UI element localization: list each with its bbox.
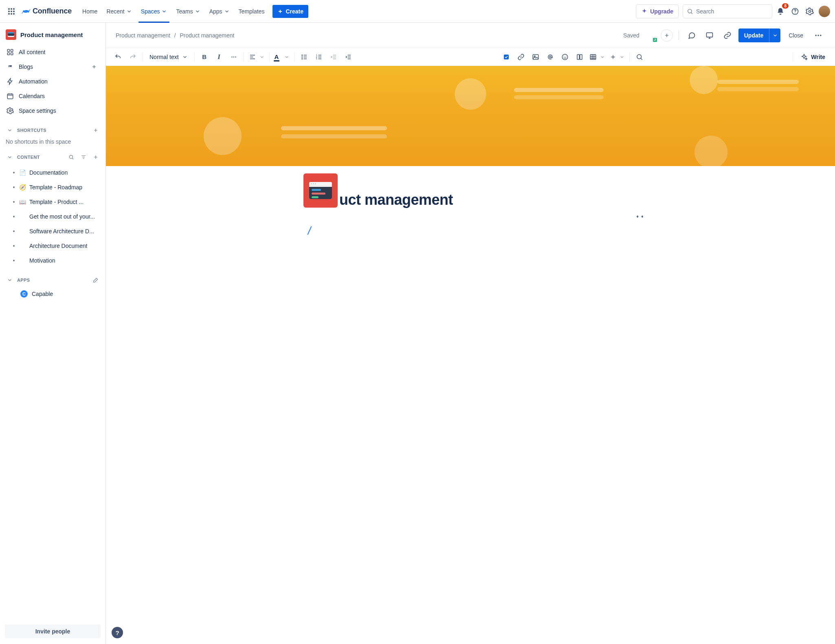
presence-avatar[interactable]: J xyxy=(644,29,657,42)
apps-section-header[interactable]: Apps xyxy=(2,274,103,287)
text-color-dropdown[interactable]: A xyxy=(273,50,291,64)
undo-button[interactable] xyxy=(112,50,125,64)
update-dropdown-button[interactable] xyxy=(769,28,780,42)
add-content-button[interactable] xyxy=(91,152,101,162)
collapse-apps-button[interactable] xyxy=(5,275,15,285)
link-icon xyxy=(723,31,732,39)
space-home-link[interactable]: Product management xyxy=(2,27,103,42)
upgrade-button[interactable]: Upgrade xyxy=(636,4,679,18)
link-button[interactable] xyxy=(514,50,527,64)
redo-button[interactable] xyxy=(126,50,139,64)
page-tree-item[interactable]: Get the most out of your... xyxy=(2,209,103,224)
section-title: Apps xyxy=(17,278,30,283)
notifications-button[interactable]: 8 xyxy=(774,5,787,18)
brand-name: Confluence xyxy=(33,7,72,15)
nav-templates[interactable]: Templates xyxy=(235,0,269,23)
profile-avatar[interactable] xyxy=(819,6,830,17)
ai-write-button[interactable]: Write xyxy=(796,50,829,64)
sidebar-calendars[interactable]: Calendars xyxy=(2,89,103,103)
page-tree-item[interactable]: 🧭 Template - Roadmap xyxy=(2,180,103,195)
invite-collaborator-button[interactable] xyxy=(661,29,673,42)
add-shortcut-button[interactable] xyxy=(91,125,101,135)
plus-icon xyxy=(277,9,283,14)
svg-point-38 xyxy=(564,56,565,57)
save-status: Saved xyxy=(623,32,639,39)
settings-button[interactable] xyxy=(803,5,816,18)
table-dropdown[interactable] xyxy=(588,50,606,64)
comments-button[interactable] xyxy=(685,28,699,42)
page-title-input[interactable]: Product management xyxy=(307,191,634,208)
svg-rect-34 xyxy=(533,55,539,59)
sidebar-all-content[interactable]: All content xyxy=(2,45,103,59)
breadcrumb-link[interactable]: Product management xyxy=(116,32,170,39)
sidebar-blogs[interactable]: Blogs xyxy=(2,59,103,74)
layouts-button[interactable] xyxy=(573,50,586,64)
update-button[interactable]: Update xyxy=(738,28,769,42)
plus-icon xyxy=(664,33,670,38)
find-replace-button[interactable] xyxy=(633,50,646,64)
nav-home[interactable]: Home xyxy=(78,0,101,23)
preview-button[interactable] xyxy=(703,28,716,42)
emoji-button[interactable] xyxy=(558,50,571,64)
page-tree-item[interactable]: Software Architecture D... xyxy=(2,224,103,239)
nav-teams[interactable]: Teams xyxy=(172,0,204,23)
text-style-dropdown[interactable]: Normal text xyxy=(146,50,191,64)
page-emoji-avatar[interactable] xyxy=(303,173,338,208)
app-switcher-button[interactable] xyxy=(5,5,18,18)
svg-text:3: 3 xyxy=(316,57,317,60)
search-input[interactable] xyxy=(683,4,772,18)
content-width-toggle[interactable] xyxy=(634,211,646,222)
sidebar-automation[interactable]: Automation xyxy=(2,74,103,89)
collapse-shortcuts-button[interactable] xyxy=(5,125,15,135)
edit-apps-button[interactable] xyxy=(91,275,101,285)
nav-apps[interactable]: Apps xyxy=(205,0,234,23)
search-content-button[interactable] xyxy=(66,152,76,162)
outdent-button[interactable] xyxy=(327,50,340,64)
italic-button[interactable]: I xyxy=(213,50,226,64)
close-button[interactable]: Close xyxy=(784,28,807,42)
page-tree-item[interactable]: Architecture Document xyxy=(2,239,103,253)
page-tree-item[interactable]: 📖 Template - Product ... xyxy=(2,195,103,209)
more-icon xyxy=(230,53,237,61)
bullet-list-button[interactable] xyxy=(298,50,311,64)
insert-dropdown[interactable] xyxy=(608,50,626,64)
filter-content-button[interactable] xyxy=(79,152,88,162)
copy-link-button[interactable] xyxy=(721,28,734,42)
shortcuts-section-header[interactable]: Shortcuts xyxy=(2,124,103,137)
nav-label: Apps xyxy=(209,8,222,15)
page-tree-item[interactable]: 📄 Documentation xyxy=(2,165,103,180)
add-blog-button[interactable] xyxy=(89,62,99,72)
sidebar-space-settings[interactable]: Space settings xyxy=(2,103,103,118)
collapse-content-button[interactable] xyxy=(5,152,15,162)
editor-help-button[interactable]: ? xyxy=(112,627,123,638)
plus-icon xyxy=(610,54,616,60)
sidebar-app-item[interactable]: C Capable xyxy=(2,287,103,301)
nav-label: Home xyxy=(82,8,97,15)
image-button[interactable] xyxy=(529,50,542,64)
editor-canvas[interactable]: Product management / ? xyxy=(106,66,835,644)
page-tree-item[interactable]: Motivation xyxy=(2,253,103,268)
indent-button[interactable] xyxy=(342,50,355,64)
more-formatting-button[interactable] xyxy=(227,50,240,64)
mention-button[interactable] xyxy=(544,50,557,64)
help-button[interactable] xyxy=(789,5,802,18)
filter-icon xyxy=(81,154,86,160)
header-image[interactable] xyxy=(106,66,835,166)
alignment-dropdown[interactable] xyxy=(247,50,266,64)
bold-button[interactable]: B xyxy=(198,50,211,64)
svg-rect-20 xyxy=(706,33,712,37)
nav-spaces[interactable]: Spaces xyxy=(137,0,171,23)
global-nav: Confluence Home Recent Spaces Teams Apps… xyxy=(0,0,835,23)
nav-recent[interactable]: Recent xyxy=(102,0,136,23)
more-actions-button[interactable] xyxy=(811,28,825,42)
ai-sparkle-icon xyxy=(800,53,808,61)
invite-people-button[interactable]: Invite people xyxy=(5,624,101,638)
editor-body[interactable]: / xyxy=(307,225,634,347)
brand-home-link[interactable]: Confluence xyxy=(18,5,75,18)
breadcrumb-link[interactable]: Product management xyxy=(180,32,235,39)
numbered-list-button[interactable]: 123 xyxy=(312,50,325,64)
action-item-button[interactable] xyxy=(500,50,513,64)
content-section-header[interactable]: Content xyxy=(2,151,103,164)
nav-label: Templates xyxy=(239,8,265,15)
create-button[interactable]: Create xyxy=(272,5,308,18)
